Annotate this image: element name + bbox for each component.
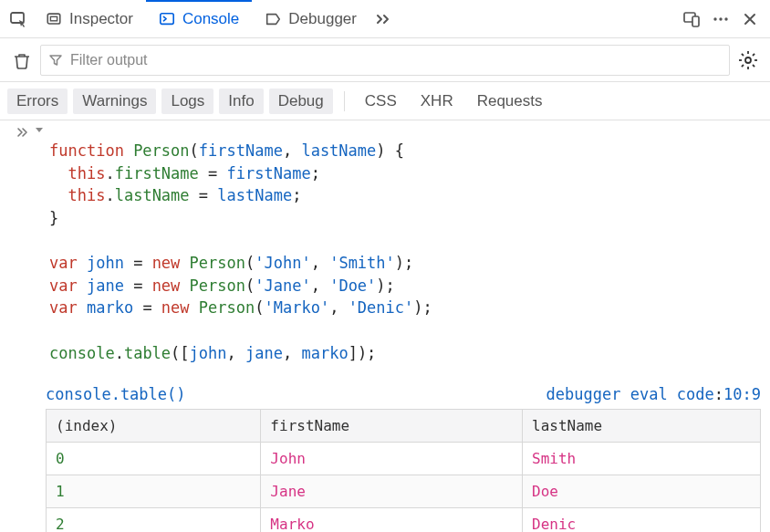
column-header[interactable]: lastName	[523, 410, 761, 443]
table-cell: Denic	[523, 508, 761, 532]
output-source[interactable]: debugger eval code:10:9	[546, 385, 761, 403]
svg-line-16	[742, 65, 744, 67]
console-categorybar: Errors Warnings Logs Info Debug CSS XHR …	[0, 82, 770, 120]
input-marker-icon	[16, 126, 29, 139]
svg-rect-5	[692, 16, 699, 26]
console-filterbar	[0, 38, 770, 82]
code-block: function Person(firstName, lastName) { t…	[49, 140, 432, 364]
table-cell: 1	[47, 475, 261, 508]
funnel-icon	[48, 53, 63, 68]
tab-label: Console	[182, 10, 239, 28]
table-row: 1JaneDoe	[47, 475, 761, 508]
svg-point-8	[724, 17, 727, 20]
kebab-menu-icon[interactable]	[706, 5, 735, 34]
svg-rect-1	[47, 14, 60, 24]
column-header[interactable]: (index)	[47, 410, 261, 443]
filter-debug[interactable]: Debug	[269, 89, 333, 114]
pick-element-icon[interactable]	[4, 5, 33, 34]
filter-input-wrapper[interactable]	[40, 45, 730, 76]
filter-logs[interactable]: Logs	[161, 89, 213, 114]
svg-rect-2	[50, 16, 57, 21]
svg-line-15	[753, 65, 754, 67]
filter-requests[interactable]: Requests	[468, 89, 552, 114]
tab-console[interactable]: Console	[146, 0, 252, 37]
overflow-tabs-icon[interactable]	[369, 5, 399, 34]
tab-label: Debugger	[288, 10, 357, 28]
table-cell: John	[261, 443, 523, 475]
table-row: 0JohnSmith	[47, 443, 761, 475]
table-row: 2MarkoDenic	[47, 508, 761, 532]
filter-input[interactable]	[68, 51, 722, 69]
svg-rect-3	[161, 13, 173, 24]
console-icon	[159, 11, 175, 27]
result-table: (index)firstNamelastName 0JohnSmith1Jane…	[46, 409, 761, 532]
column-header[interactable]: firstName	[261, 410, 523, 443]
svg-line-17	[753, 53, 754, 55]
inspector-icon	[46, 11, 62, 27]
settings-icon[interactable]	[734, 46, 763, 75]
filter-xhr[interactable]: XHR	[411, 89, 463, 114]
svg-line-14	[742, 53, 744, 55]
tab-inspector[interactable]: Inspector	[33, 0, 146, 37]
console-input-echo: function Person(firstName, lastName) { t…	[0, 120, 770, 381]
debugger-icon	[265, 11, 281, 27]
table-cell: Jane	[261, 475, 523, 508]
devtools-tabbar: Inspector Console Debugger	[0, 0, 770, 38]
filter-info[interactable]: Info	[219, 89, 263, 114]
tab-debugger[interactable]: Debugger	[252, 0, 369, 37]
filter-warnings[interactable]: Warnings	[73, 89, 156, 114]
output-label: console.table()	[46, 385, 186, 403]
table-cell: 2	[47, 508, 261, 532]
svg-point-7	[719, 17, 722, 20]
close-icon[interactable]	[735, 5, 765, 34]
svg-point-9	[745, 57, 751, 63]
responsive-mode-icon[interactable]	[677, 5, 706, 34]
table-cell: Marko	[261, 508, 523, 532]
table-cell: 0	[47, 443, 261, 475]
tab-label: Inspector	[69, 10, 133, 28]
table-cell: Smith	[523, 443, 761, 475]
collapse-toggle-icon[interactable]	[35, 126, 44, 135]
svg-point-6	[713, 17, 716, 20]
table-cell: Doe	[523, 475, 761, 508]
svg-rect-0	[11, 13, 24, 23]
divider	[344, 91, 345, 111]
console-table-output: console.table() debugger eval code:10:9 …	[0, 381, 770, 532]
filter-css[interactable]: CSS	[356, 89, 406, 114]
filter-errors[interactable]: Errors	[7, 89, 68, 114]
clear-console-icon[interactable]	[7, 46, 36, 75]
